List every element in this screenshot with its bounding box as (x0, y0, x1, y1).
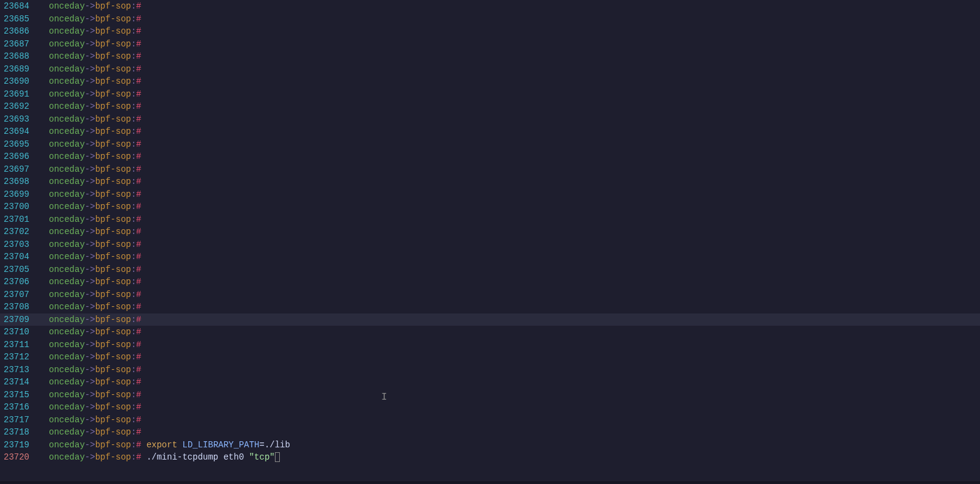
line-content: onceday->bpf-sop:# (49, 13, 980, 26)
terminal-line: 23694onceday->bpf-sop:# (0, 125, 980, 138)
terminal-line: 23689onceday->bpf-sop:# (0, 63, 980, 76)
line-content: onceday->bpf-sop:# (49, 100, 980, 113)
line-number: 23689 (0, 63, 34, 76)
terminal-line: 23710onceday->bpf-sop:# (0, 326, 980, 339)
line-number: 23716 (0, 401, 34, 414)
line-content: onceday->bpf-sop:# (49, 175, 980, 188)
terminal-line: 23684onceday->bpf-sop:# (0, 0, 980, 13)
line-content: onceday->bpf-sop:# (49, 376, 980, 389)
terminal-line: 23705onceday->bpf-sop:# (0, 263, 980, 276)
line-content: onceday->bpf-sop:# (49, 351, 980, 364)
terminal-line: 23715onceday->bpf-sop:# (0, 389, 980, 402)
line-number: 23705 (0, 263, 34, 276)
line-content: onceday->bpf-sop:# (49, 251, 980, 263)
line-content: onceday->bpf-sop:# (49, 414, 980, 427)
terminal-line: 23716onceday->bpf-sop:# (0, 401, 980, 414)
line-content: onceday->bpf-sop:# (49, 163, 980, 176)
line-number: 23710 (0, 326, 34, 339)
line-number: 23695 (0, 138, 34, 151)
line-number: 23691 (0, 88, 34, 101)
terminal-line: 23691onceday->bpf-sop:# (0, 88, 980, 101)
line-content: onceday->bpf-sop:# (49, 38, 980, 51)
line-content: onceday->bpf-sop:# (49, 138, 980, 151)
terminal-line: 23701onceday->bpf-sop:# (0, 213, 980, 226)
line-number: 23712 (0, 351, 34, 364)
line-number: 23687 (0, 38, 34, 51)
terminal-line: 23693onceday->bpf-sop:# (0, 113, 980, 126)
line-number: 23702 (0, 226, 34, 238)
line-content: onceday->bpf-sop:# (49, 0, 980, 13)
line-number: 23701 (0, 213, 34, 226)
line-number: 23708 (0, 301, 34, 314)
line-number: 23706 (0, 276, 34, 288)
line-number: 23686 (0, 25, 34, 38)
terminal-line: 23687onceday->bpf-sop:# (0, 38, 980, 51)
line-number: 23720 (0, 451, 34, 464)
terminal-line: 23692onceday->bpf-sop:# (0, 100, 980, 113)
terminal-line: 23688onceday->bpf-sop:# (0, 50, 980, 63)
line-content: onceday->bpf-sop:# (49, 288, 980, 301)
terminal-line: 23702onceday->bpf-sop:# (0, 226, 980, 238)
line-number: 23713 (0, 364, 34, 376)
line-number: 23717 (0, 414, 34, 427)
line-content: onceday->bpf-sop:# ./mini-tcpdump eth0 "… (49, 451, 980, 464)
terminal-line: 23707onceday->bpf-sop:# (0, 288, 980, 301)
line-content: onceday->bpf-sop:# (49, 200, 980, 213)
line-content: onceday->bpf-sop:# (49, 238, 980, 251)
line-content: onceday->bpf-sop:# (49, 339, 980, 351)
line-number: 23704 (0, 251, 34, 263)
terminal-line: 23708onceday->bpf-sop:# (0, 301, 980, 314)
line-content: onceday->bpf-sop:# (49, 50, 980, 63)
status-bar (0, 482, 980, 484)
terminal-line: 23700onceday->bpf-sop:# (0, 200, 980, 213)
terminal-line: 23696onceday->bpf-sop:# (0, 150, 980, 163)
line-number: 23694 (0, 125, 34, 138)
terminal-line: 23697onceday->bpf-sop:# (0, 163, 980, 176)
line-content: onceday->bpf-sop:# (49, 276, 980, 288)
line-content: onceday->bpf-sop:# (49, 63, 980, 76)
line-content: onceday->bpf-sop:# (49, 401, 980, 414)
line-number: 23699 (0, 188, 34, 201)
terminal-line: 23717onceday->bpf-sop:# (0, 414, 980, 427)
terminal-editor[interactable]: 23684onceday->bpf-sop:#23685onceday->bpf… (0, 0, 980, 484)
line-number: 23707 (0, 288, 34, 301)
line-number: 23692 (0, 100, 34, 113)
line-content: onceday->bpf-sop:# (49, 213, 980, 226)
terminal-line: 23718onceday->bpf-sop:# (0, 426, 980, 439)
line-content: onceday->bpf-sop:# (49, 389, 980, 402)
terminal-line: 23711onceday->bpf-sop:# (0, 339, 980, 351)
line-content: onceday->bpf-sop:# (49, 25, 980, 38)
line-number: 23709 (0, 314, 34, 326)
terminal-line: 23699onceday->bpf-sop:# (0, 188, 980, 201)
line-number: 23711 (0, 339, 34, 351)
line-number: 23698 (0, 175, 34, 188)
terminal-line: 23720onceday->bpf-sop:# ./mini-tcpdump e… (0, 451, 980, 464)
line-content: onceday->bpf-sop:# (49, 301, 980, 314)
terminal-line: 23714onceday->bpf-sop:# (0, 376, 980, 389)
line-content: onceday->bpf-sop:# (49, 88, 980, 101)
line-number: 23690 (0, 75, 34, 88)
terminal-line: 23709onceday->bpf-sop:# (0, 314, 980, 326)
line-number: 23693 (0, 113, 34, 126)
line-number: 23697 (0, 163, 34, 176)
line-number: 23688 (0, 50, 34, 63)
terminal-line: 23703onceday->bpf-sop:# (0, 238, 980, 251)
line-number: 23684 (0, 0, 34, 13)
line-number: 23700 (0, 200, 34, 213)
terminal-line: 23686onceday->bpf-sop:# (0, 25, 980, 38)
line-number: 23719 (0, 439, 34, 452)
terminal-line: 23712onceday->bpf-sop:# (0, 351, 980, 364)
line-content: onceday->bpf-sop:# (49, 364, 980, 376)
line-content: onceday->bpf-sop:# (49, 326, 980, 339)
terminal-line: 23706onceday->bpf-sop:# (0, 276, 980, 288)
terminal-line: 23713onceday->bpf-sop:# (0, 364, 980, 376)
line-content: onceday->bpf-sop:# (49, 125, 980, 138)
line-number: 23696 (0, 150, 34, 163)
terminal-line: 23719onceday->bpf-sop:# export LD_LIBRAR… (0, 439, 980, 452)
line-number: 23703 (0, 238, 34, 251)
terminal-line: 23685onceday->bpf-sop:# (0, 13, 980, 26)
line-content: onceday->bpf-sop:# (49, 113, 980, 126)
line-content: onceday->bpf-sop:# (49, 263, 980, 276)
line-content: onceday->bpf-sop:# (49, 75, 980, 88)
line-content: onceday->bpf-sop:# (49, 314, 980, 326)
